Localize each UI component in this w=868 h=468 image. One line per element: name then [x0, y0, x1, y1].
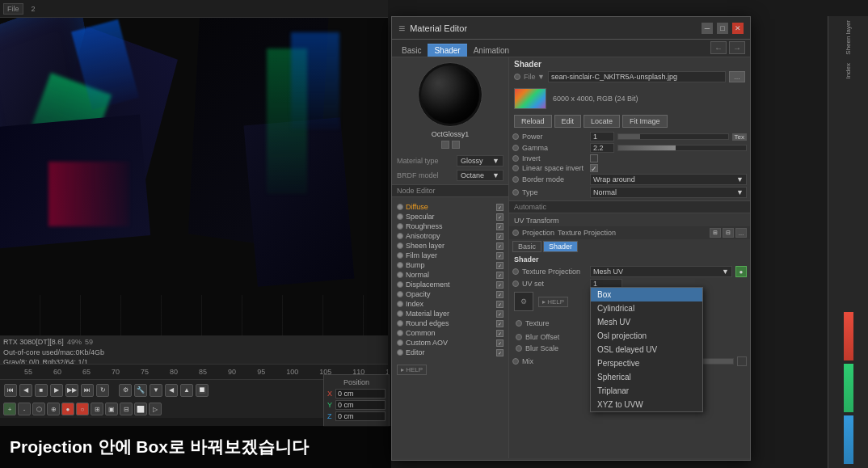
edit-button[interactable]: Edit: [554, 115, 582, 128]
ctrl-8[interactable]: ▣: [105, 403, 118, 415]
play-first-btn[interactable]: ⏮: [4, 384, 17, 397]
dd-osl-projection[interactable]: Osl projection: [591, 329, 702, 343]
invert-checkbox[interactable]: [590, 154, 598, 162]
texture-proj-arrow: ▼: [722, 268, 729, 276]
icon-btn-4[interactable]: ◀: [165, 384, 178, 397]
common-label: Common: [406, 329, 436, 337]
type-dropdown[interactable]: Normal ▼: [590, 187, 747, 198]
minimize-button[interactable]: ─: [702, 23, 713, 34]
icon-btn-5[interactable]: ▲: [180, 384, 193, 397]
dd-mesh-uv[interactable]: Mesh UV: [591, 315, 702, 329]
gamma-slider[interactable]: [617, 145, 747, 151]
texture-proj-dropdown[interactable]: Mesh UV ▼: [590, 266, 732, 277]
brdf-dropdown[interactable]: Octane ▼: [457, 170, 504, 181]
film-check[interactable]: ✓: [496, 252, 504, 259]
help-btn-right[interactable]: ▸ HELP: [538, 297, 568, 307]
play-btn[interactable]: ▶: [50, 384, 63, 397]
play-prev-btn[interactable]: ◀: [19, 384, 32, 397]
material-type-dropdown[interactable]: Glossy ▼: [457, 155, 504, 167]
index-check[interactable]: ✓: [496, 301, 504, 308]
back-arrow[interactable]: ←: [710, 41, 727, 54]
ctrl-2[interactable]: -: [18, 403, 31, 415]
ctrl-11[interactable]: ▷: [149, 403, 162, 415]
locate-button[interactable]: Locate: [584, 115, 620, 128]
proj-btn-3[interactable]: …: [735, 228, 747, 238]
prop-opacity: Opacity ✓: [395, 289, 505, 299]
material-layer-check[interactable]: ✓: [496, 310, 504, 318]
border-mode-value: Wrap around: [593, 175, 635, 183]
anisotropy-check[interactable]: ✓: [496, 233, 504, 240]
gamma-value[interactable]: 2.2: [590, 143, 614, 153]
file-more-btn[interactable]: …: [729, 71, 745, 82]
icon-btn-1[interactable]: ⚙: [119, 384, 132, 397]
dd-spherical[interactable]: Spherical: [591, 370, 702, 384]
play-next-btn[interactable]: ▶▶: [65, 384, 78, 397]
custom-aov-check[interactable]: ✓: [496, 339, 504, 347]
proj-btn-2[interactable]: ⊟: [723, 228, 734, 238]
node-editor-label[interactable]: Node Editor: [392, 184, 508, 197]
bump-check[interactable]: ✓: [496, 262, 504, 269]
fit-image-button[interactable]: Fit Image: [622, 115, 668, 128]
proj-btn-1[interactable]: ⊞: [710, 228, 721, 238]
tab-animation[interactable]: Animation: [467, 44, 516, 57]
editor-check[interactable]: ✓: [496, 349, 504, 356]
preview-btn-2[interactable]: [452, 141, 460, 149]
sub-tab-basic[interactable]: Basic: [512, 241, 541, 252]
specular-check[interactable]: ✓: [496, 213, 504, 221]
border-mode-dropdown[interactable]: Wrap around ▼: [590, 174, 747, 185]
loop-btn[interactable]: ↻: [96, 384, 109, 397]
preview-btn-1[interactable]: [441, 141, 449, 149]
help-btn[interactable]: ▸ HELP: [397, 365, 427, 375]
window-controls: ─ □ ✕: [702, 23, 744, 34]
tab-basic[interactable]: Basic: [395, 44, 428, 57]
common-check[interactable]: ✓: [496, 330, 504, 337]
icon-btn-3[interactable]: ▼: [150, 384, 162, 397]
power-value[interactable]: 1: [590, 132, 614, 141]
y-value[interactable]: 0 cm: [335, 400, 386, 410]
projection-dot: [512, 230, 519, 236]
play-last-btn[interactable]: ⏭: [81, 384, 94, 397]
close-button[interactable]: ✕: [732, 23, 744, 34]
proj-buttons: ⊞ ⊟ …: [710, 228, 747, 238]
dd-perspective[interactable]: Perspective: [591, 356, 702, 370]
help-icon-1[interactable]: ⚙: [514, 292, 533, 311]
sheen-check[interactable]: ✓: [496, 242, 504, 250]
dd-xyz-to-uvw[interactable]: XYZ to UVW: [591, 398, 702, 411]
displacement-check[interactable]: ✓: [496, 281, 504, 289]
stop-btn[interactable]: ■: [35, 384, 48, 397]
dd-cylindrical[interactable]: Cylindrical: [591, 301, 702, 315]
tl-100: 100: [286, 368, 298, 376]
linear-space-checkbox[interactable]: ✓: [590, 164, 598, 172]
roughness-check[interactable]: ✓: [496, 223, 504, 230]
dropdown-arrow: ▼: [492, 157, 499, 165]
dd-osl-delayed-uv[interactable]: OSL delayed UV: [591, 343, 702, 356]
round-edges-check[interactable]: ✓: [496, 320, 504, 327]
x-value[interactable]: 0 cm: [335, 389, 386, 398]
power-slider[interactable]: [617, 133, 729, 140]
ctrl-1[interactable]: +: [3, 403, 16, 415]
z-value[interactable]: 0 cm: [335, 411, 386, 421]
ctrl-3[interactable]: ⬡: [32, 403, 45, 415]
normal-check[interactable]: ✓: [496, 272, 504, 279]
opacity-check[interactable]: ✓: [496, 291, 504, 298]
icon-btn-6[interactable]: 🔲: [196, 384, 209, 397]
tab-shader[interactable]: Shader: [428, 44, 466, 57]
dd-box[interactable]: Box: [591, 288, 702, 301]
sub-tab-shader[interactable]: Shader: [543, 241, 578, 252]
dd-triplanar[interactable]: Triplanar: [591, 384, 702, 398]
diffuse-check[interactable]: ✓: [496, 204, 504, 211]
maximize-button[interactable]: □: [717, 23, 728, 34]
ctrl-6[interactable]: ○: [76, 403, 89, 415]
vp-file-menu[interactable]: File: [3, 3, 23, 15]
ctrl-5[interactable]: ●: [61, 403, 74, 415]
icon-btn-2[interactable]: 🔧: [134, 384, 147, 397]
ctrl-10[interactable]: ⬜: [134, 403, 147, 415]
menu-icon[interactable]: ≡: [398, 22, 405, 35]
ctrl-9[interactable]: ⊟: [120, 403, 133, 415]
file-path[interactable]: sean-sinclair-C_NKlTR5A-unsplash.jpg: [548, 71, 726, 82]
ctrl-4[interactable]: ⊕: [47, 403, 60, 415]
forward-arrow[interactable]: →: [729, 41, 745, 54]
file-dot: [514, 74, 520, 80]
reload-button[interactable]: Reload: [514, 115, 552, 128]
ctrl-7[interactable]: ⊞: [91, 403, 103, 415]
